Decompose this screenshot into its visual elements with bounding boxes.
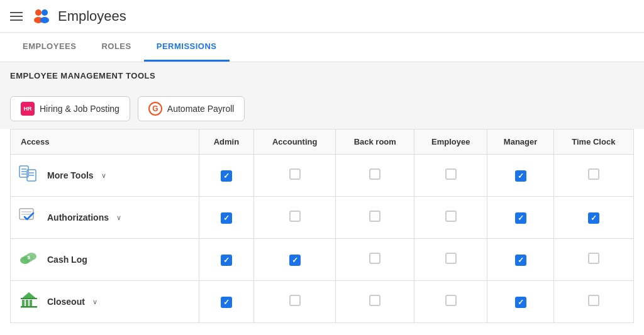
checkbox-auth-manager[interactable]: ✓: [515, 212, 526, 224]
checkbox-cash-manager[interactable]: ✓: [515, 255, 526, 266]
col-admin: Admin: [199, 129, 254, 155]
svg-rect-20: [30, 300, 32, 306]
checkbox-more-tools-accounting[interactable]: [289, 168, 301, 180]
table-row: Authorizations ∨ ✓ ✓ ✓: [11, 197, 634, 239]
tab-roles[interactable]: ROLES: [89, 33, 143, 62]
checkbox-cash-timeclock[interactable]: [588, 253, 599, 264]
svg-point-3: [40, 17, 49, 23]
table-header-row: Access Admin Accounting Back room Employ…: [11, 129, 634, 155]
section-header: EMPLOYEE MANAGEMENT TOOLS: [0, 62, 644, 89]
checkbox-closeout-admin[interactable]: ✓: [221, 297, 232, 308]
svg-point-0: [35, 9, 42, 16]
svg-rect-19: [26, 300, 28, 306]
checkbox-cash-backroom[interactable]: [369, 253, 380, 264]
app-logo: [30, 5, 53, 28]
tool-buttons-bar: HR Hiring & Job Posting G Automate Payro…: [0, 89, 644, 129]
svg-rect-18: [22, 300, 25, 306]
checkbox-closeout-manager[interactable]: ✓: [515, 297, 526, 308]
checkbox-closeout-timeclock[interactable]: [588, 295, 599, 306]
row-closeout: Closeout ∨: [18, 290, 192, 314]
svg-point-2: [42, 9, 48, 16]
table-row: More Tools ∨ ✓ ✓: [11, 155, 634, 197]
checkbox-auth-accounting[interactable]: [289, 211, 301, 222]
checkbox-more-tools-employee[interactable]: [445, 168, 457, 180]
tab-employees[interactable]: EMPLOYEES: [10, 33, 89, 62]
payroll-label: Automate Payroll: [167, 104, 235, 114]
app-title: Employees: [58, 8, 126, 25]
table-row: Closeout ∨ ✓ ✓: [11, 281, 634, 323]
checkbox-more-tools-backroom[interactable]: [369, 168, 380, 180]
row-more-tools: More Tools ∨: [18, 163, 192, 187]
hiring-icon: HR: [21, 102, 35, 116]
col-manager: Manager: [487, 129, 553, 155]
col-accounting: Accounting: [253, 129, 336, 155]
permissions-table-container: Access Admin Accounting Back room Employ…: [0, 129, 644, 333]
svg-text:$: $: [28, 255, 31, 260]
svg-rect-21: [21, 306, 37, 308]
checkbox-closeout-employee[interactable]: [445, 295, 457, 306]
row-label-authorizations: Authorizations: [47, 212, 109, 222]
hiring-label: Hiring & Job Posting: [40, 104, 119, 114]
hiring-button[interactable]: HR Hiring & Job Posting: [10, 96, 130, 121]
row-label-more-tools: More Tools: [47, 170, 94, 180]
col-backroom: Back room: [336, 129, 414, 155]
row-label-closeout: Closeout: [47, 297, 85, 307]
authorizations-chevron: ∨: [116, 214, 121, 222]
cash-log-icon: $: [18, 248, 40, 272]
col-employee: Employee: [414, 129, 487, 155]
payroll-icon: G: [148, 102, 162, 116]
more-tools-chevron: ∨: [101, 172, 106, 180]
authorizations-icon: [18, 206, 40, 229]
checkbox-cash-employee[interactable]: [445, 253, 457, 264]
tab-permissions[interactable]: PERMISSIONS: [144, 33, 230, 62]
checkbox-closeout-accounting[interactable]: [289, 295, 301, 306]
checkbox-more-tools-timeclock[interactable]: [588, 168, 599, 180]
row-label-cash-log: Cash Log: [47, 255, 87, 265]
tabs-bar: EMPLOYEES ROLES PERMISSIONS: [0, 33, 644, 62]
checkbox-auth-admin[interactable]: ✓: [221, 212, 232, 224]
hamburger-menu[interactable]: [10, 12, 23, 21]
checkbox-auth-employee[interactable]: [445, 211, 457, 222]
checkbox-more-tools-admin[interactable]: ✓: [221, 170, 232, 182]
table-row: $ Cash Log ✓ ✓ ✓: [11, 239, 634, 281]
row-authorizations: Authorizations ∨: [18, 206, 192, 229]
col-timeclock: Time Clock: [553, 129, 633, 155]
header: Employees: [0, 0, 644, 33]
checkbox-cash-accounting[interactable]: ✓: [289, 255, 301, 266]
checkbox-auth-timeclock[interactable]: ✓: [588, 212, 599, 224]
closeout-icon: [18, 290, 40, 314]
checkbox-closeout-backroom[interactable]: [369, 295, 380, 306]
svg-rect-23: [21, 298, 37, 299]
row-cash-log: $ Cash Log: [18, 248, 192, 272]
section-title: EMPLOYEE MANAGEMENT TOOLS: [10, 71, 155, 80]
permissions-table: Access Admin Accounting Back room Employ…: [10, 129, 634, 323]
more-tools-icon: [18, 163, 40, 187]
payroll-button[interactable]: G Automate Payroll: [138, 96, 245, 121]
checkbox-more-tools-manager[interactable]: ✓: [515, 170, 526, 182]
checkbox-auth-backroom[interactable]: [369, 211, 380, 222]
closeout-chevron: ∨: [92, 298, 97, 306]
checkbox-cash-admin[interactable]: ✓: [221, 255, 232, 266]
col-access: Access: [11, 129, 199, 155]
